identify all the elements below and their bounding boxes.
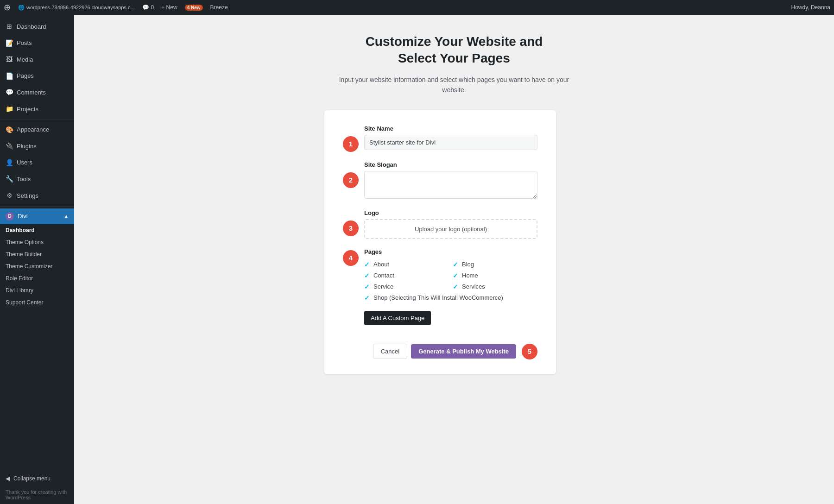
sidebar-item-projects[interactable]: 📁 Projects <box>0 101 74 118</box>
tools-icon: 🔧 <box>6 175 13 184</box>
step4-row: 4 Pages ✓ About ✓ Blog <box>343 248 537 334</box>
step-2-badge: 2 <box>343 172 359 188</box>
pages-grid: ✓ About ✓ Blog ✓ Contact <box>364 261 537 302</box>
sidebar-divider-2 <box>0 206 74 207</box>
check-services-icon: ✓ <box>453 283 458 290</box>
site-globe-icon: 🌐 <box>18 5 25 11</box>
site-name-label: Site Name <box>364 125 537 132</box>
sidebar-item-divi[interactable]: D Divi ▲ <box>0 208 74 224</box>
sidebar-divider-1 <box>0 120 74 120</box>
page-about-label: About <box>373 261 389 268</box>
sidebar-item-plugins[interactable]: 🔌 Plugins <box>0 138 74 155</box>
page-check-home: ✓ Home <box>453 272 537 279</box>
step-5-badge: 5 <box>522 344 537 359</box>
sidebar-item-comments[interactable]: 💬 Comments <box>0 84 74 101</box>
page-check-services: ✓ Services <box>453 283 537 290</box>
settings-icon: ⚙ <box>6 191 13 201</box>
site-slogan-input[interactable] <box>364 171 537 199</box>
pages-label: Pages <box>364 248 537 255</box>
page-check-about: ✓ About <box>364 261 449 268</box>
divi-submenu: Dashboard Theme Options Theme Builder Th… <box>0 224 74 309</box>
site-url[interactable]: 🌐 wordpress-784896-4922926.cloudwaysapps… <box>18 5 135 11</box>
divi-sub-theme-builder[interactable]: Theme Builder <box>0 248 74 260</box>
page-check-blog: ✓ Blog <box>453 261 537 268</box>
page-service-label: Service <box>373 283 393 290</box>
check-service-icon: ✓ <box>364 283 370 290</box>
divi-sub-support[interactable]: Support Center <box>0 296 74 309</box>
customize-card: 1 Site Name 2 Site Slogan <box>324 110 556 374</box>
sidebar-item-appearance[interactable]: 🎨 Appearance <box>0 122 74 139</box>
cancel-button[interactable]: Cancel <box>373 344 407 359</box>
site-name-input[interactable] <box>364 135 537 150</box>
comments-icon: 💬 <box>142 4 149 11</box>
user-greeting: Howdy, Deanna <box>791 4 831 11</box>
sidebar-item-pages[interactable]: 📄 Pages <box>0 68 74 85</box>
new-badge: 4 New <box>185 5 203 11</box>
page-home-label: Home <box>462 272 478 279</box>
page-title: Customize Your Website and Select Your P… <box>366 33 543 67</box>
sidebar-footer: Thank you for creating with WordPress <box>0 485 74 504</box>
divi-sub-theme-customizer[interactable]: Theme Customizer <box>0 260 74 272</box>
site-slogan-label: Site Slogan <box>364 161 537 168</box>
divi-chevron-icon: ▲ <box>64 214 69 219</box>
publish-button[interactable]: Generate & Publish My Website <box>411 344 516 359</box>
sidebar: ⊞ Dashboard 📝 Posts 🖼 Media 📄 Pages 💬 Co… <box>0 15 74 504</box>
top-bar: ⊕ 🌐 wordpress-784896-4922926.cloudwaysap… <box>0 0 834 15</box>
logo-group: Logo Upload your logo (optional) <box>364 209 537 239</box>
sidebar-item-tools[interactable]: 🔧 Tools <box>0 171 74 188</box>
logo-upload-button[interactable]: Upload your logo (optional) <box>364 219 537 239</box>
pages-group: Pages ✓ About ✓ Blog <box>364 248 537 334</box>
step-1-badge: 1 <box>343 136 359 152</box>
site-slogan-group: Site Slogan <box>364 161 537 200</box>
projects-icon: 📁 <box>6 105 13 114</box>
divi-sub-theme-options[interactable]: Theme Options <box>0 236 74 248</box>
form-actions: Cancel Generate & Publish My Website 5 <box>343 344 537 359</box>
page-blog-label: Blog <box>462 261 474 268</box>
sidebar-item-users[interactable]: 👤 Users <box>0 155 74 171</box>
check-about-icon: ✓ <box>364 261 370 268</box>
divi-sub-dashboard[interactable]: Dashboard <box>0 224 74 236</box>
plugins-icon: 🔌 <box>6 142 13 151</box>
appearance-icon: 🎨 <box>6 126 13 135</box>
new-menu[interactable]: + New <box>161 4 177 11</box>
page-subtitle: Input your website information and selec… <box>338 75 570 95</box>
divi-icon: D <box>6 212 14 220</box>
sidebar-item-dashboard[interactable]: ⊞ Dashboard <box>0 19 74 35</box>
check-shop-icon: ✓ <box>364 294 370 302</box>
step3-row: 3 Logo Upload your logo (optional) <box>343 209 537 239</box>
wp-logo-icon: ⊕ <box>4 2 11 13</box>
users-icon: 👤 <box>6 158 13 168</box>
check-blog-icon: ✓ <box>453 261 458 268</box>
step2-row: 2 Site Slogan <box>343 161 537 200</box>
page-check-contact: ✓ Contact <box>364 272 449 279</box>
step1-row: 1 Site Name <box>343 125 537 152</box>
divi-sub-library[interactable]: Divi Library <box>0 284 74 296</box>
step-4-badge: 4 <box>343 250 359 266</box>
check-home-icon: ✓ <box>453 272 458 279</box>
sidebar-item-settings[interactable]: ⚙ Settings <box>0 188 74 204</box>
site-name-group: Site Name <box>364 125 537 150</box>
add-custom-page-button[interactable]: Add A Custom Page <box>364 311 431 325</box>
pages-icon: 📄 <box>6 72 13 81</box>
main-content: Customize Your Website and Select Your P… <box>74 15 834 504</box>
page-contact-label: Contact <box>373 272 394 279</box>
sidebar-item-media[interactable]: 🖼 Media <box>0 51 74 68</box>
posts-icon: 📝 <box>6 39 13 48</box>
sidebar-item-posts[interactable]: 📝 Posts <box>0 35 74 52</box>
comments-link[interactable]: 💬 0 <box>142 4 154 11</box>
page-check-service: ✓ Service <box>364 283 449 290</box>
collapse-menu-button[interactable]: ◀ Collapse menu <box>0 472 74 485</box>
check-contact-icon: ✓ <box>364 272 370 279</box>
step-3-badge: 3 <box>343 220 359 236</box>
logo-label: Logo <box>364 209 537 216</box>
breeze-link[interactable]: Breeze <box>210 4 228 11</box>
divi-sub-role-editor[interactable]: Role Editor <box>0 272 74 284</box>
collapse-icon: ◀ <box>6 475 10 482</box>
media-icon: 🖼 <box>6 55 13 64</box>
dashboard-icon: ⊞ <box>6 22 13 32</box>
comments-nav-icon: 💬 <box>6 88 13 97</box>
page-services-label: Services <box>462 283 485 290</box>
page-check-shop: ✓ Shop (Selecting This Will Install WooC… <box>364 294 537 302</box>
page-shop-label: Shop (Selecting This Will Install WooCom… <box>373 294 503 301</box>
